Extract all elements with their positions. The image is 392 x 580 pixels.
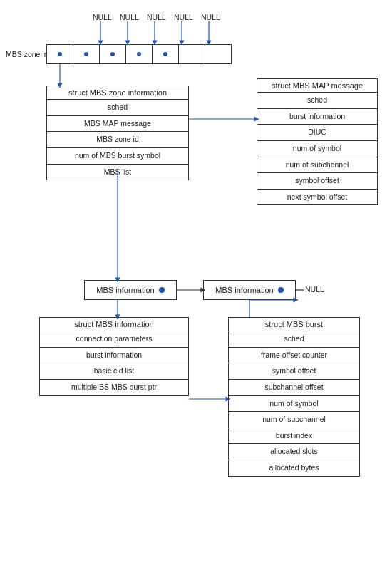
burst-row-allocslots: allocated slots	[229, 443, 359, 460]
map-row-symboloffset: symbol offset	[257, 172, 377, 189]
mbs-info-row-basiccid: basic cid list	[40, 363, 188, 379]
map-row-numsubchannel: num of subchannel	[257, 157, 377, 173]
mbs-info-left-box: MBS information	[84, 280, 177, 300]
burst-row-numsymbol: num of symbol	[229, 395, 359, 412]
mbs-info-row-burst: burst information	[40, 347, 188, 363]
mbs-burst-title: struct MBS burst	[229, 318, 359, 331]
burst-row-burstindex: burst index	[229, 428, 359, 444]
null-right-label: NULL	[305, 285, 324, 294]
mbs-info-right-label: MBS information	[215, 286, 273, 294]
map-row-burst: burst information	[257, 108, 377, 125]
burst-row-sched: sched	[229, 331, 359, 347]
burst-row-subchoffset: subchannel offset	[229, 379, 359, 395]
zone-row-mbslist: MBS list	[47, 164, 188, 180]
mbs-burst-box: struct MBS burst sched frame offset coun…	[228, 317, 360, 477]
array-cell-2	[99, 44, 126, 64]
mbs-information-box: struct MBS information connection parame…	[39, 317, 189, 396]
array-cell-1	[73, 44, 100, 64]
map-row-numsymbol: num of symbol	[257, 140, 377, 157]
null-label-2: NULL	[120, 13, 139, 21]
mbs-info-right-box: MBS information	[203, 280, 296, 300]
map-message-box: struct MBS MAP message sched burst infor…	[257, 78, 378, 205]
mbs-info-left-label: MBS information	[96, 286, 154, 294]
zone-row-map: MBS MAP message	[47, 115, 188, 132]
map-message-title: struct MBS MAP message	[257, 79, 377, 92]
array-cell-4	[152, 44, 179, 64]
zone-row-sched: sched	[47, 99, 188, 115]
map-row-nextsymbol: next symbol offset	[257, 189, 377, 205]
null-label-5: NULL	[201, 13, 220, 21]
array-cell-3	[125, 44, 153, 64]
null-label-3: NULL	[147, 13, 166, 21]
null-label-4: NULL	[174, 13, 193, 21]
array-cell-0	[46, 44, 73, 64]
mbs-information-title: struct MBS information	[40, 318, 188, 331]
burst-row-numsubchannel: num of subchannel	[229, 411, 359, 428]
map-row-diuc: DIUC	[257, 124, 377, 140]
burst-row-frameoffset: frame offset counter	[229, 347, 359, 363]
null-label-1: NULL	[93, 13, 112, 21]
array-container	[46, 44, 231, 64]
mbs-info-row-multbs: multiple BS MBS burst ptr	[40, 379, 188, 395]
zone-row-zoneid: MBS zone id	[47, 131, 188, 147]
zone-row-numsymbol: num of MBS burst symbol	[47, 147, 188, 164]
burst-row-symboloffset: symbol offset	[229, 363, 359, 379]
map-row-sched: sched	[257, 92, 377, 108]
zone-info-box: struct MBS zone information sched MBS MA…	[46, 86, 189, 180]
burst-row-allocbytes: allocated bytes	[229, 460, 359, 476]
array-cell-6	[205, 44, 232, 64]
array-cell-5	[178, 44, 205, 64]
zone-info-title: struct MBS zone information	[47, 86, 188, 99]
mbs-info-row-connparams: connection parameters	[40, 331, 188, 347]
